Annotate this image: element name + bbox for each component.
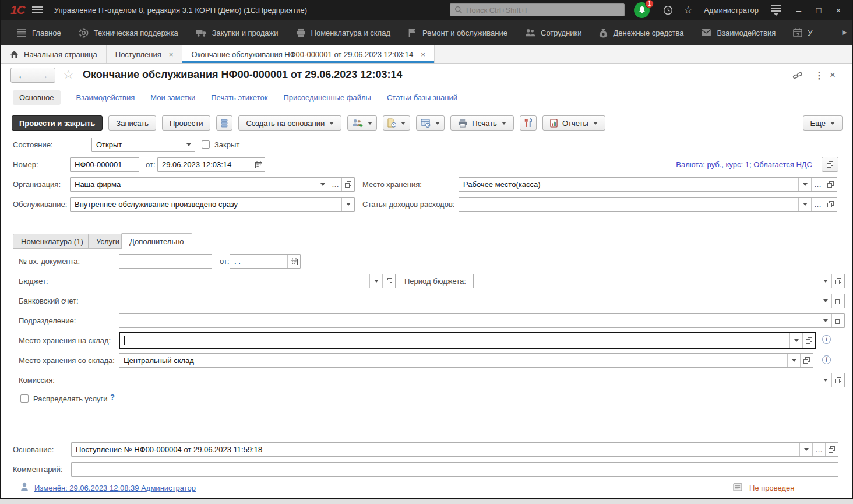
budget-field[interactable] [119,274,396,288]
modified-history-link[interactable]: Изменён: 29.06.2023 12:08:39 Администрат… [34,484,196,492]
more-actions-icon[interactable]: ⋮ [815,70,824,81]
currency-open-button[interactable] [822,157,838,172]
tab-home[interactable]: Начальная страница [1,45,107,63]
dropdown-icon[interactable] [798,198,811,211]
close-form-icon[interactable]: × [830,69,836,81]
tab-nomenclature[interactable]: Номенклатура (1) [13,234,91,249]
base-doc-field[interactable]: Поступление № НФ00-000004 от 29.06.2023 … [71,442,838,457]
navlink-kb-articles[interactable]: Статьи базы знаний [387,93,457,102]
ellipsis-icon[interactable]: … [811,178,824,191]
post-button[interactable]: Провести [162,115,211,131]
menu-item-timesheet[interactable]: У [784,20,821,45]
menu-item-employees[interactable]: Сотрудники [516,20,590,45]
open-icon[interactable] [802,333,815,348]
history-icon[interactable] [663,5,673,15]
navlink-main[interactable]: Основное [13,90,61,105]
menu-item-main[interactable]: Главное [8,20,70,45]
open-icon[interactable] [831,373,844,387]
open-icon[interactable] [382,274,395,288]
print-button[interactable]: Печать [450,115,514,131]
close-tab-icon[interactable]: × [169,50,174,59]
close-window-button[interactable]: × [830,5,847,15]
menu-scroll-right-icon[interactable]: ▶ [843,29,847,36]
department-field[interactable] [119,313,845,328]
comment-field[interactable] [71,462,838,477]
organization-field[interactable]: Наша фирма … [70,177,355,192]
dropdown-icon[interactable] [789,333,802,348]
maximize-button[interactable]: □ [810,5,827,15]
state-select[interactable]: Открыт [91,138,195,152]
hamburger-menu-icon[interactable] [32,6,43,13]
open-icon[interactable] [831,274,844,288]
favorite-star-icon[interactable]: ☆ [63,68,74,82]
user-name[interactable]: Администратор [704,6,759,15]
tab-current-document[interactable]: Окончание обслуживания НФ00-000001 от 29… [182,45,434,63]
open-icon[interactable] [825,443,838,456]
menu-item-support[interactable]: Техническая поддержка [70,20,187,45]
info-icon[interactable]: i [822,355,831,364]
distribute-services-checkbox[interactable] [20,394,29,403]
dropdown-icon[interactable] [341,198,354,211]
closed-checkbox[interactable] [202,140,210,149]
open-icon[interactable] [800,354,813,367]
navlink-my-notes[interactable]: Мои заметки [150,93,195,102]
service-settings-button[interactable] [520,115,537,131]
help-question-link[interactable]: ? [110,393,115,401]
date-field[interactable]: 29.06.2023 12:03:14 [157,157,265,172]
create-on-base-button[interactable]: Создать на основании [238,115,341,131]
notification-bell-icon[interactable]: 1 [634,2,650,18]
get-link-icon[interactable] [792,71,803,82]
navlink-print-labels[interactable]: Печать этикеток [211,93,267,102]
global-search[interactable] [450,3,625,16]
minimize-button[interactable]: – [790,5,808,15]
dropdown-icon[interactable] [798,178,811,191]
menu-item-purchases[interactable]: Закупки и продажи [187,20,287,45]
tab-additional[interactable]: Дополнительно [121,233,192,249]
post-and-close-button[interactable]: Провести и закрыть [12,115,103,131]
calendar-icon[interactable] [287,255,300,268]
calendar-icon[interactable] [252,158,265,171]
menu-item-money[interactable]: Денежные средства [590,20,692,45]
favorites-star-icon[interactable]: ☆ [683,3,693,16]
assign-responsible-button[interactable] [347,115,377,131]
budget-period-field[interactable] [473,274,845,288]
forward-button[interactable]: → [33,68,55,83]
storage-from-field[interactable]: Центральный склад [119,353,813,368]
storage-field[interactable]: Рабочее место(касса) … [459,177,837,192]
open-icon[interactable] [824,178,837,191]
navlink-interactions[interactable]: Взаимодействия [76,93,135,102]
ellipsis-icon[interactable]: … [811,198,824,211]
tasks-button[interactable] [416,115,445,131]
incoming-date-field[interactable]: . . [230,254,301,269]
dropdown-icon[interactable] [799,443,812,456]
dropdown-icon[interactable] [819,373,831,387]
ellipsis-icon[interactable]: … [329,178,341,191]
dropdown-icon[interactable] [819,274,831,288]
expense-item-field[interactable]: … [459,197,837,212]
navlink-attached-files[interactable]: Присоединенные файлы [283,93,371,102]
tab-receipts[interactable]: Поступления × [107,45,183,63]
search-input[interactable] [466,6,606,15]
dropdown-icon[interactable] [819,314,831,327]
document-structure-button[interactable] [216,115,232,131]
dropdown-icon[interactable] [787,354,800,367]
ellipsis-icon[interactable]: … [812,443,825,456]
doc-timeline-button[interactable] [383,115,410,131]
service-field[interactable]: Внутреннее обслуживание произведено сраз… [70,197,355,212]
reports-button[interactable]: Отчеты [542,115,605,131]
open-icon[interactable] [341,178,354,191]
bank-account-field[interactable] [119,294,845,308]
incoming-doc-field[interactable] [119,254,212,269]
dropdown-icon[interactable] [316,178,329,191]
open-icon[interactable] [824,198,837,211]
menu-item-interactions[interactable]: Взаимодействия [692,20,784,45]
commission-field[interactable] [119,373,845,387]
currency-info-link[interactable]: Валюта: руб., курс: 1; Облагается НДС [676,160,812,169]
dropdown-icon[interactable] [182,138,195,151]
write-button[interactable]: Записать [108,115,156,131]
open-icon[interactable] [831,294,844,308]
open-icon[interactable] [831,314,844,327]
back-button[interactable]: ← [10,68,33,83]
menu-item-warehouse[interactable]: Номенклатура и склад [287,20,399,45]
info-icon[interactable]: i [822,335,831,344]
